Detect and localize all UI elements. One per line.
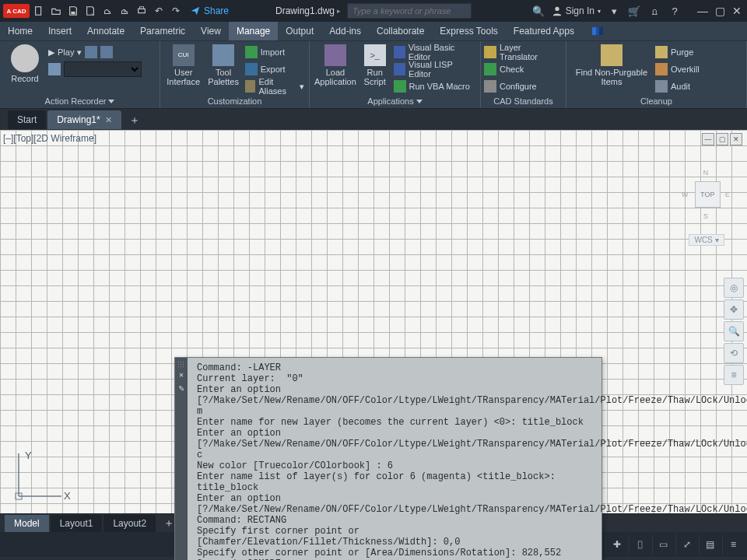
minimize-button[interactable]: — xyxy=(696,4,710,18)
help-icon[interactable]: ? xyxy=(668,4,682,18)
record-button[interactable]: Record xyxy=(5,44,45,83)
tab-manage[interactable]: Manage xyxy=(229,22,278,40)
open-icon[interactable] xyxy=(48,3,64,19)
drawing-tab[interactable]: Drawing1*✕ xyxy=(47,110,121,129)
load-app-icon xyxy=(324,44,346,66)
user-interface-button[interactable]: CUI User Interface xyxy=(165,44,202,86)
find-non-purgable-button[interactable]: Find Non-Purgable Items xyxy=(571,44,652,86)
layer-translator-button[interactable]: Layer Translator xyxy=(484,44,561,60)
macro-select[interactable] xyxy=(64,61,142,77)
export-button[interactable]: Export xyxy=(245,61,304,77)
ucs-icon[interactable]: Y X xyxy=(11,442,73,506)
add-tab-button[interactable]: ＋ xyxy=(126,112,143,129)
cart-icon[interactable]: 🛒 xyxy=(627,4,641,18)
svg-rect-0 xyxy=(36,7,41,16)
undo-icon[interactable]: ↶ xyxy=(151,3,167,19)
status-units-icon[interactable]: ⌷ xyxy=(629,534,651,555)
tab-home[interactable]: Home xyxy=(0,22,40,40)
viewport-label[interactable]: [–][Top][2D Wireframe] xyxy=(3,133,96,144)
purge-icon xyxy=(655,46,668,58)
wcs-label[interactable]: WCS ▾ xyxy=(689,234,724,246)
drawing-canvas[interactable]: [–][Top][2D Wireframe] — ▢ ✕ N W TOP E S… xyxy=(0,129,747,513)
viewport-close-icon[interactable]: ✕ xyxy=(730,133,742,145)
vlisp-icon xyxy=(394,63,406,75)
load-application-button[interactable]: Load Application xyxy=(314,44,356,86)
layout-tab-1[interactable]: Layout1 xyxy=(51,515,103,532)
cloud-open-icon[interactable] xyxy=(100,3,115,19)
nav-orbit-icon[interactable]: ⟲ xyxy=(724,343,744,363)
configure-button[interactable]: Configure xyxy=(484,79,561,94)
visual-lisp-editor-button[interactable]: Visual LISP Editor xyxy=(394,61,475,77)
audit-icon xyxy=(655,80,668,93)
status-quickprops-icon[interactable]: ▭ xyxy=(652,534,674,555)
tab-insert[interactable]: Insert xyxy=(40,22,79,40)
a360-icon[interactable]: ⩍ xyxy=(647,4,661,18)
status-lock-ui-icon[interactable]: ⤢ xyxy=(675,534,697,555)
redo-icon[interactable]: ↷ xyxy=(168,3,184,19)
panel-action-recorder[interactable]: Action Recorder xyxy=(0,95,160,108)
plot-icon[interactable] xyxy=(134,3,149,19)
tab-addins[interactable]: Add-ins xyxy=(321,22,369,40)
command-window-grip[interactable]: ✕ ✎ xyxy=(175,358,188,560)
cloud-save-icon[interactable] xyxy=(117,3,132,19)
tab-collaborate[interactable]: Collaborate xyxy=(369,22,432,40)
share-button[interactable]: Share xyxy=(190,5,229,16)
app-switcher-icon[interactable] xyxy=(587,22,608,40)
import-button[interactable]: Import xyxy=(245,44,304,60)
command-window[interactable]: ✕ ✎ Command: -LAYER Current layer: "0" E… xyxy=(174,357,602,560)
audit-button[interactable]: Audit xyxy=(655,79,700,94)
viewcube[interactable]: N W TOP E S WCS ▾ xyxy=(682,169,731,246)
cui-icon: CUI xyxy=(173,44,195,66)
layout-tab-model[interactable]: Model xyxy=(5,515,49,532)
viewport-maximize-icon[interactable]: ▢ xyxy=(716,133,728,145)
nav-pan-icon[interactable]: ✥ xyxy=(724,299,744,320)
status-monitor-icon[interactable]: ✚ xyxy=(605,534,627,555)
saveas-icon[interactable] xyxy=(82,3,98,19)
nav-zoom-icon[interactable]: 🔍 xyxy=(724,321,744,341)
status-customize-icon[interactable]: ≡ xyxy=(722,534,744,555)
command-window-wrench-icon[interactable]: ✎ xyxy=(178,383,184,394)
tab-annotate[interactable]: Annotate xyxy=(79,22,132,40)
command-history: Command: -LAYER Current layer: "0" Enter… xyxy=(188,358,601,560)
recorder-option3-icon[interactable] xyxy=(48,63,61,75)
recorder-option2-icon[interactable] xyxy=(100,46,113,58)
vba-icon xyxy=(394,80,406,93)
app-icon[interactable]: A CAD xyxy=(3,4,30,18)
new-icon[interactable] xyxy=(31,3,47,19)
panel-applications[interactable]: Applications xyxy=(310,95,480,108)
save-icon[interactable] xyxy=(65,3,81,19)
restore-button[interactable]: ▢ xyxy=(713,4,727,18)
run-vba-macro-button[interactable]: Run VBA Macro xyxy=(394,79,475,94)
check-button[interactable]: Check xyxy=(484,61,561,77)
tool-palettes-button[interactable]: Tool Palettes xyxy=(205,44,241,86)
nav-more-icon[interactable]: ≡ xyxy=(724,365,744,385)
edit-aliases-button[interactable]: Edit Aliases ▾ xyxy=(245,79,304,94)
recorder-option1-icon[interactable] xyxy=(85,46,97,58)
overkill-button[interactable]: Overkill xyxy=(655,61,700,77)
close-tab-icon[interactable]: ✕ xyxy=(105,115,112,125)
layout-tab-2[interactable]: Layout2 xyxy=(103,515,156,532)
tab-output[interactable]: Output xyxy=(278,22,321,40)
sign-in-button[interactable]: Sign In▾ xyxy=(552,5,601,16)
tab-parametric[interactable]: Parametric xyxy=(132,22,193,40)
play-button[interactable]: ▶ Play ▾ xyxy=(48,47,82,58)
tab-express-tools[interactable]: Express Tools xyxy=(432,22,505,40)
app-store-icon[interactable]: ▾ xyxy=(607,4,621,18)
help-search-input[interactable] xyxy=(347,3,472,19)
record-icon xyxy=(11,44,39,72)
svg-rect-2 xyxy=(139,9,146,12)
nav-wheel-icon[interactable]: ◎ xyxy=(724,278,744,298)
viewcube-face[interactable]: TOP xyxy=(695,181,721,208)
tab-view[interactable]: View xyxy=(193,22,229,40)
purge-button[interactable]: Purge xyxy=(655,44,700,60)
visual-basic-editor-button[interactable]: Visual Basic Editor xyxy=(394,44,475,60)
tab-featured-apps[interactable]: Featured Apps xyxy=(506,22,582,40)
close-button[interactable]: ✕ xyxy=(730,4,744,18)
start-tab[interactable]: Start xyxy=(8,110,46,129)
run-script-button[interactable]: >_ Run Script xyxy=(359,44,391,86)
search-icon[interactable]: 🔍 xyxy=(531,4,545,18)
viewport-minimize-icon[interactable]: — xyxy=(702,133,714,145)
configure-icon xyxy=(484,80,496,93)
status-clean-icon[interactable]: ▤ xyxy=(699,534,721,555)
command-window-close-icon[interactable]: ✕ xyxy=(179,370,184,380)
